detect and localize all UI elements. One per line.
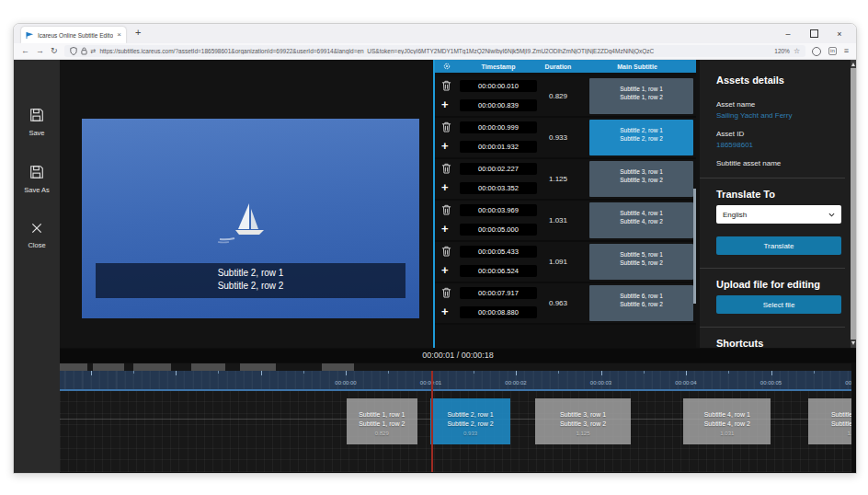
panel-separator [700, 327, 845, 328]
timeline-subtitle-block[interactable]: Subtitle 5, row 1 Subtitle 5, row 2 1.09… [808, 398, 851, 444]
ruler-tick [728, 371, 729, 374]
row-actions: + [435, 242, 459, 282]
row-actions: + [435, 118, 459, 157]
add-row-icon[interactable]: + [441, 305, 449, 317]
list-scrollbar[interactable] [693, 189, 696, 304]
row-timestamps [459, 76, 538, 116]
timeline-subtitle-block[interactable]: Subtitle 4, row 1 Subtitle 4, row 2 1.03… [683, 398, 771, 444]
column-main-subtitle: Main Subtitle [578, 63, 696, 70]
block-line1: Subtitle 5, row 1 [808, 410, 851, 420]
subtitle-line2: Subtitle 2, row 2 [589, 134, 693, 143]
bookmark-star-icon[interactable]: ☆ [794, 47, 800, 55]
panel-scrollbar[interactable] [851, 60, 856, 348]
settings-gear-icon[interactable] [435, 63, 459, 71]
minimap-segment [93, 363, 124, 371]
end-time-input[interactable] [460, 99, 537, 111]
ruler-label: 00:00:03 [590, 380, 611, 386]
url-bar[interactable]: ⇄ https://subtitles.icareus.com/?assetId… [64, 45, 806, 57]
timeline-subtitle-block[interactable]: Subtitle 3, row 1 Subtitle 3, row 2 1.12… [535, 398, 631, 444]
page-zoom-badge[interactable]: 120% [774, 48, 790, 54]
timeline-track[interactable]: Subtitle 1, row 1 Subtitle 1, row 2 0.82… [60, 391, 851, 472]
add-row-icon[interactable]: + [441, 98, 449, 110]
block-duration: 0.829 [347, 430, 417, 439]
asset-name-label: Asset name [716, 100, 841, 109]
timeline-ruler[interactable]: 00:00:0000:00:0100:00:0200:00:0300:00:04… [60, 371, 851, 391]
end-time-input[interactable] [460, 141, 537, 153]
start-time-input[interactable] [460, 80, 537, 92]
subtitle-text-box[interactable]: Subtitle 4, row 1 Subtitle 4, row 2 [589, 202, 693, 238]
back-icon[interactable]: ← [21, 47, 29, 55]
subtitle-line1: Subtitle 5, row 1 [589, 250, 693, 259]
save-as-button[interactable]: Save As [14, 165, 60, 194]
subtitle-text-box[interactable]: Subtitle 1, row 1 Subtitle 1, row 2 [589, 78, 693, 114]
shield-icon[interactable] [70, 47, 77, 55]
menu-icon[interactable]: ≡ [844, 47, 849, 55]
subtitle-row: + 1.125 Subtitle 3, row 1 Subtitle 3, ro… [435, 159, 696, 201]
browser-navbar: ← → ↻ ⇄ https://subtitles.icareus.com/?a… [14, 43, 856, 60]
app-sidebar: Save Save As Close [14, 60, 60, 473]
subtitle-text-box[interactable]: Subtitle 6, row 1 Subtitle 6, row 2 [589, 285, 693, 321]
minimap-segment [322, 363, 354, 371]
delete-row-icon[interactable] [441, 163, 451, 174]
delete-row-icon[interactable] [441, 121, 451, 132]
save-button[interactable]: Save [14, 108, 60, 137]
start-time-input[interactable] [460, 246, 537, 258]
end-time-input[interactable] [460, 182, 537, 194]
browser-window: Icareus Online Subtitle Editor × + – × ←… [13, 23, 857, 474]
row-timestamps [459, 283, 538, 323]
add-row-icon[interactable]: + [441, 264, 449, 276]
navbar-right-icons: in ≡ [812, 47, 849, 56]
scroll-down-icon[interactable] [851, 341, 855, 345]
maximize-button[interactable] [801, 24, 827, 43]
delete-row-icon[interactable] [441, 80, 451, 91]
start-time-input[interactable] [460, 287, 537, 299]
start-time-input[interactable] [460, 204, 537, 216]
duration-value: 1.125 [538, 159, 578, 199]
timeline-subtitle-block[interactable]: Subtitle 1, row 1 Subtitle 1, row 2 0.82… [347, 398, 417, 444]
timeline-minimap[interactable] [60, 363, 851, 371]
new-tab-button[interactable]: + [135, 27, 141, 38]
translate-to-heading: Translate To [716, 189, 841, 200]
close-window-button[interactable]: × [827, 24, 852, 43]
panel-scrollbar-thumb[interactable] [851, 68, 856, 340]
delete-row-icon[interactable] [441, 246, 451, 257]
browser-tab[interactable]: Icareus Online Subtitle Editor × [21, 27, 126, 43]
window-controls: – × [775, 24, 852, 43]
timeline-subtitle-block[interactable]: Subtitle 2, row 1 Subtitle 2, row 2 0.93… [430, 398, 509, 444]
asset-id-value: 186598601 [716, 141, 841, 149]
language-value: English [723, 211, 747, 219]
lock-icon[interactable] [81, 47, 87, 55]
forward-icon[interactable]: → [36, 47, 44, 55]
ruler-label: 00:00:06 [845, 380, 851, 386]
linkedin-extension-icon[interactable]: in [828, 47, 837, 55]
end-time-input[interactable] [460, 224, 537, 236]
select-file-button[interactable]: Select file [716, 295, 841, 314]
translate-button[interactable]: Translate [716, 236, 841, 255]
close-button[interactable]: Close [14, 222, 60, 249]
start-time-input[interactable] [460, 163, 537, 175]
scroll-up-icon[interactable] [851, 63, 855, 66]
add-row-icon[interactable]: + [441, 223, 449, 235]
minimize-button[interactable]: – [775, 24, 801, 43]
subtitle-text-box[interactable]: Subtitle 5, row 1 Subtitle 5, row 2 [589, 244, 693, 280]
add-row-icon[interactable]: + [441, 181, 449, 193]
extension-icon[interactable] [812, 47, 821, 56]
tab-close-icon[interactable]: × [117, 31, 121, 39]
block-line2: Subtitle 1, row 2 [347, 420, 417, 429]
subtitle-text-box[interactable]: Subtitle 3, row 1 Subtitle 3, row 2 [589, 161, 693, 197]
end-time-input[interactable] [460, 306, 537, 318]
delete-row-icon[interactable] [441, 287, 451, 298]
ruler-tick [176, 371, 177, 375]
add-row-icon[interactable]: + [441, 140, 449, 152]
start-time-input[interactable] [460, 121, 537, 133]
language-select[interactable]: English [716, 205, 841, 224]
url-text[interactable]: https://subtitles.icareus.com/?assetId=1… [99, 48, 771, 54]
reload-icon[interactable]: ↻ [51, 47, 58, 55]
end-time-input[interactable] [460, 265, 537, 277]
timeline-section: 00:00:01 / 00:00:18 00:00:0000:00:0100:0… [60, 348, 856, 473]
delete-row-icon[interactable] [441, 204, 451, 215]
subtitle-text-box[interactable]: Subtitle 2, row 1 Subtitle 2, row 2 [589, 120, 693, 155]
ruler-tick [644, 371, 645, 374]
playhead[interactable] [431, 371, 433, 472]
tracking-toggle-icon[interactable]: ⇄ [91, 48, 97, 54]
